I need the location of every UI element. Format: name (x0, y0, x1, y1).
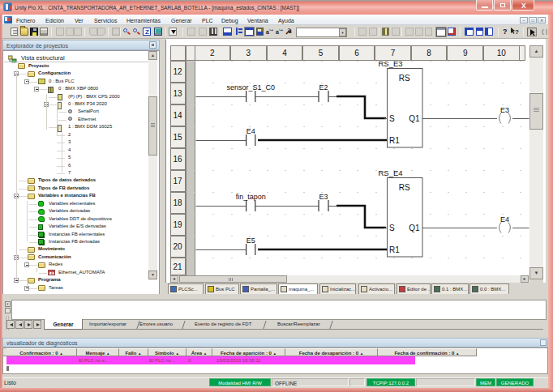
svg-text:RS_E4: RS_E4 (379, 168, 403, 177)
svg-text:R1: R1 (389, 245, 400, 254)
svg-text:RS_E3: RS_E3 (379, 59, 403, 68)
svg-text:E5: E5 (246, 236, 255, 245)
svg-text:S: S (389, 114, 395, 123)
svg-text:RS: RS (399, 183, 410, 192)
svg-text:E4: E4 (246, 127, 255, 135)
svg-text:E3: E3 (319, 193, 328, 201)
svg-text:S: S (389, 224, 395, 232)
svg-text:Q1: Q1 (409, 224, 420, 232)
svg-text:fin_tapon: fin_tapon (236, 193, 266, 201)
svg-text:E4: E4 (500, 215, 509, 224)
svg-text:R1: R1 (389, 136, 400, 145)
svg-text:E3: E3 (500, 106, 509, 114)
svg-text:RS: RS (399, 74, 410, 83)
svg-text:E2: E2 (319, 83, 328, 92)
svg-text:Q1: Q1 (409, 114, 420, 123)
svg-text:sensor_S1_C0: sensor_S1_C0 (226, 83, 275, 92)
